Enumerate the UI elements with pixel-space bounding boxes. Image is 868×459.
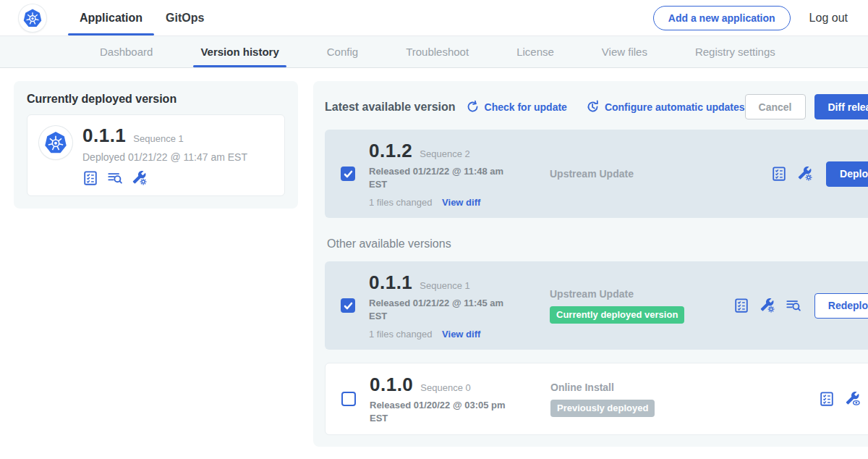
configure-auto-updates-label: Configure automatic updates (605, 101, 745, 113)
view-files-diff-icon[interactable] (107, 170, 123, 186)
main-content: Currently deployed version 0.1.1 Sequenc… (0, 68, 868, 459)
source-label: Online Install (550, 382, 819, 393)
clock-refresh-icon (586, 100, 600, 114)
released-timestamp: Released 01/20/22 @ 03:05 pm EST (370, 399, 523, 424)
subnav-tab-config[interactable]: Config (326, 36, 359, 67)
version-actions: Deploy (771, 161, 868, 187)
top-tabs: Application GitOps (68, 0, 216, 35)
released-timestamp: Released 01/21/22 @ 11:45 am EST (369, 297, 522, 322)
edit-config-icon[interactable] (760, 298, 775, 313)
app-subnav: Dashboard Version history Config Trouble… (0, 36, 868, 68)
deployed-version-info: 0.1.1 Sequence 1 Deployed 01/21/22 @ 11:… (82, 125, 247, 186)
version-row-0-1-1: 0.1.1 Sequence 1 Released 01/21/22 @ 11:… (325, 261, 868, 350)
other-versions-title: Other available versions (327, 237, 868, 250)
preflight-checks-icon[interactable] (771, 166, 787, 182)
check-for-update-link[interactable]: Check for update (466, 100, 567, 114)
subnav-tab-license-label: License (516, 46, 554, 58)
subnav-tab-license[interactable]: License (515, 36, 556, 67)
version-actions: Redeploy (733, 293, 868, 319)
redeploy-button[interactable]: Redeploy (814, 293, 868, 319)
version-source: Upstream Update Currently deployed versi… (522, 288, 733, 324)
tab-application-label: Application (80, 12, 142, 25)
currently-deployed-badge: Currently deployed version (550, 306, 684, 324)
sequence-label: Sequence 1 (420, 280, 469, 291)
subnav-tab-view-files[interactable]: View files (600, 36, 649, 67)
preflight-checks-icon[interactable] (819, 391, 835, 407)
deployed-actions (82, 170, 247, 186)
latest-version-title: Latest available version (325, 101, 456, 114)
version-checkbox[interactable] (341, 167, 355, 181)
subnav-tab-troubleshoot-label: Troubleshoot (406, 46, 469, 58)
edit-config-icon[interactable] (132, 170, 148, 186)
subnav-tab-config-label: Config (327, 46, 358, 58)
version-row-0-1-2: 0.1.2 Sequence 2 Released 01/21/22 @ 11:… (325, 130, 868, 218)
subnav-tab-version-history-label: Version history (200, 46, 278, 58)
check-for-update-label: Check for update (485, 101, 567, 113)
currently-deployed-title: Currently deployed version (27, 93, 285, 106)
kubernetes-wheel-icon (43, 130, 69, 156)
configure-auto-updates-link[interactable]: Configure automatic updates (586, 100, 745, 114)
subnav-tab-version-history[interactable]: Version history (199, 36, 280, 67)
version-number: 0.1.0 (370, 374, 413, 396)
previously-deployed-badge: Previously deployed (550, 400, 655, 417)
version-row-0-1-0: 0.1.0 Sequence 0 Released 01/20/22 @ 03:… (325, 363, 868, 435)
version-actions (819, 391, 868, 407)
view-diff-link[interactable]: View diff (442, 329, 480, 340)
source-label: Upstream Update (550, 288, 733, 300)
checkmark-icon (344, 301, 353, 311)
deployed-version-number: 0.1.1 (82, 125, 126, 147)
admin-console: Application GitOps Add a new application… (0, 0, 868, 459)
refresh-icon (466, 100, 480, 114)
files-changed-label: 1 files changed (369, 329, 432, 340)
deployed-version-card: 0.1.1 Sequence 1 Deployed 01/21/22 @ 11:… (27, 114, 285, 196)
edit-config-icon[interactable] (797, 166, 813, 182)
cancel-button[interactable]: Cancel (745, 94, 806, 119)
subnav-tab-registry-settings[interactable]: Registry settings (694, 36, 777, 67)
preflight-checks-icon[interactable] (733, 298, 749, 313)
version-source: Online Install Previously deployed (523, 382, 819, 417)
version-checkbox[interactable] (341, 298, 355, 313)
view-diff-link[interactable]: View diff (442, 197, 480, 208)
top-nav-spacer (216, 0, 652, 35)
sequence-label: Sequence 2 (420, 148, 469, 159)
preflight-checks-icon[interactable] (82, 170, 98, 186)
top-nav: Application GitOps Add a new application… (0, 0, 868, 36)
deployed-timestamp: Deployed 01/21/22 @ 11:47 am EST (82, 151, 247, 163)
app-logo-badge (39, 126, 72, 159)
tab-gitops-label: GitOps (166, 12, 204, 25)
version-info: 0.1.2 Sequence 2 Released 01/21/22 @ 11:… (369, 140, 522, 208)
add-application-button[interactable]: Add a new application (653, 6, 791, 30)
view-logs-icon[interactable] (786, 298, 801, 313)
version-number: 0.1.1 (369, 271, 412, 294)
version-info: 0.1.1 Sequence 1 Released 01/21/22 @ 11:… (369, 271, 522, 340)
version-source: Upstream Update (522, 168, 771, 180)
latest-version-header: Latest available version Check for updat… (325, 94, 868, 119)
view-config-icon[interactable] (845, 391, 861, 407)
subnav-tab-registry-settings-label: Registry settings (695, 46, 775, 58)
files-changed-label: 1 files changed (369, 197, 432, 208)
version-info: 0.1.0 Sequence 0 Released 01/20/22 @ 03:… (370, 374, 523, 424)
kubernetes-logo[interactable] (19, 4, 46, 32)
tab-gitops[interactable]: GitOps (154, 0, 216, 35)
kubernetes-wheel-icon (22, 7, 43, 29)
subnav-tab-troubleshoot[interactable]: Troubleshoot (404, 36, 470, 67)
diff-releases-button[interactable]: Diff releases (814, 94, 868, 119)
sequence-label: Sequence 0 (420, 382, 470, 393)
tab-application[interactable]: Application (68, 0, 154, 35)
currently-deployed-panel: Currently deployed version 0.1.1 Sequenc… (14, 81, 298, 209)
version-history-panel: Latest available version Check for updat… (313, 81, 868, 447)
deploy-button[interactable]: Deploy (826, 161, 868, 187)
logout-button[interactable]: Log out (809, 12, 848, 25)
subnav-tab-dashboard[interactable]: Dashboard (98, 36, 154, 67)
released-timestamp: Released 01/21/22 @ 11:48 am EST (369, 165, 522, 190)
version-checkbox[interactable] (341, 392, 356, 406)
version-number: 0.1.2 (369, 140, 412, 162)
source-label: Upstream Update (550, 168, 771, 180)
checkmark-icon (344, 169, 353, 179)
subnav-tab-view-files-label: View files (602, 46, 647, 58)
deployed-sequence-label: Sequence 1 (133, 133, 183, 144)
subnav-tab-dashboard-label: Dashboard (100, 46, 153, 58)
